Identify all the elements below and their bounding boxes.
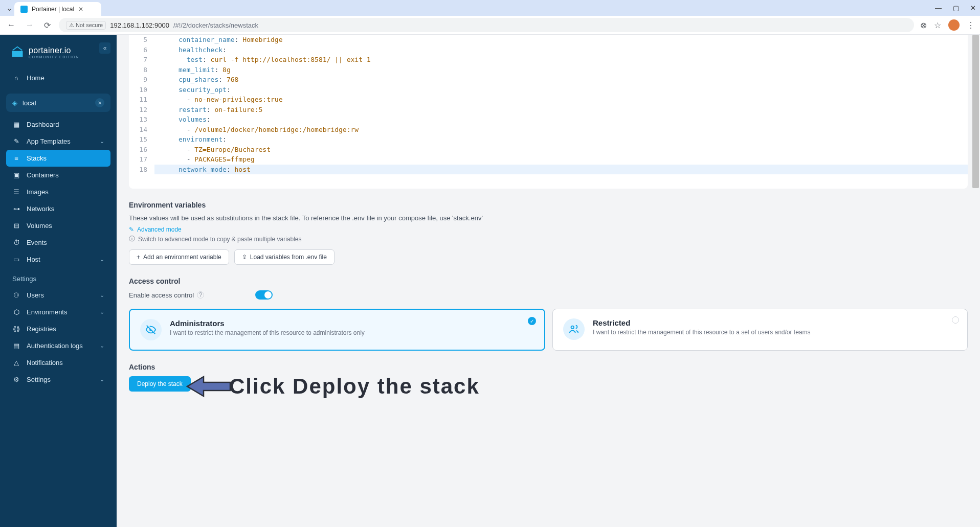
close-window-icon[interactable]: ✕ (970, 4, 976, 12)
access-card-restricted[interactable]: Restricted I want to restrict the manage… (552, 309, 968, 351)
tab-dropdown-icon[interactable]: ⌄ (4, 3, 14, 13)
code-line[interactable]: 9 cpu_shares: 768 (129, 75, 968, 85)
env-vars-description: These values will be used as substitutio… (129, 214, 968, 222)
sidebar-item-label: Authentication logs (27, 342, 83, 350)
code-line[interactable]: 12 restart: on-failure:5 (129, 105, 968, 115)
environment-chip[interactable]: ◈ local ✕ (6, 94, 110, 112)
minimize-icon[interactable]: — (935, 4, 942, 12)
load-env-file-button[interactable]: ⇪ Load variables from .env file (234, 249, 335, 265)
url-input[interactable]: ⚠ Not secure 192.168.1.152:9000/#!/2/doc… (59, 18, 914, 32)
reload-icon[interactable]: ⟳ (42, 18, 53, 32)
env-vars-title: Environment variables (129, 201, 968, 209)
kebab-menu-icon[interactable]: ⋮ (967, 20, 975, 30)
sidebar-item-settings[interactable]: ⚙Settings⌄ (6, 371, 110, 388)
browser-tab[interactable]: Portainer | local ✕ (14, 2, 101, 16)
code-line[interactable]: 13 volumes: (129, 114, 968, 125)
key-icon[interactable]: ⊗ (920, 20, 927, 30)
collapse-sidebar-button[interactable]: « (99, 42, 110, 54)
code-line[interactable]: 10 security_opt: (129, 85, 968, 95)
sidebar-item-networks[interactable]: ⊶Networks (6, 200, 110, 217)
code-editor[interactable]: 5 container_name: Homebridge6 healthchec… (129, 35, 968, 189)
browser-tab-bar: ⌄ Portainer | local ✕ — ▢ ✕ (0, 0, 980, 16)
sidebar-item-registries[interactable]: ⟪⟫Registries (6, 320, 110, 337)
chevron-down-icon: ⌄ (100, 138, 104, 145)
images-icon: ☰ (12, 188, 20, 196)
sidebar-item-volumes[interactable]: ⊟Volumes (6, 217, 110, 234)
advanced-mode-hint: ⓘ Switch to advanced mode to copy & past… (129, 235, 968, 243)
sidebar-item-containers[interactable]: ▣Containers (6, 167, 110, 184)
sidebar-item-authentication-logs[interactable]: ▤Authentication logs⌄ (6, 337, 110, 354)
sidebar-item-home[interactable]: ⌂ Home (6, 70, 110, 86)
sidebar-item-users[interactable]: ⚇Users⌄ (6, 287, 110, 304)
card-title: Administrators (170, 319, 365, 328)
code-line[interactable]: 18 network_mode: host (129, 165, 968, 175)
dashboard-icon: ▦ (12, 121, 20, 128)
settings-icon: ⚙ (12, 376, 20, 383)
chevron-down-icon: ⌄ (100, 342, 104, 349)
sidebar-item-dashboard[interactable]: ▦Dashboard (6, 116, 110, 133)
sidebar-item-label: Events (27, 239, 47, 246)
annotation-text: Click Deploy the stack (229, 374, 480, 399)
not-secure-badge[interactable]: ⚠ Not secure (66, 21, 106, 30)
close-env-icon[interactable]: ✕ (95, 98, 104, 107)
code-line[interactable]: 8 mem_limit: 8g (129, 65, 968, 75)
annotation-overlay: Click Deploy the stack (185, 374, 480, 399)
logo-text: portainer.io (29, 46, 79, 55)
add-env-var-button[interactable]: + Add an environment variable (129, 249, 229, 265)
sidebar-item-images[interactable]: ☰Images (6, 184, 110, 200)
card-desc: I want to restrict the management of thi… (170, 329, 365, 336)
deploy-stack-button[interactable]: Deploy the stack (129, 376, 191, 392)
sidebar-item-label: Home (27, 74, 44, 82)
code-line[interactable]: 15 environment: (129, 134, 968, 145)
sidebar-item-notifications[interactable]: △Notifications (6, 354, 110, 371)
sidebar-item-label: Networks (27, 205, 54, 213)
sidebar-item-label: Host (27, 256, 40, 263)
sidebar-item-app-templates[interactable]: ✎App Templates⌄ (6, 133, 110, 150)
actions-title: Actions (129, 363, 968, 371)
settings-heading: Settings (6, 268, 110, 287)
star-icon[interactable]: ☆ (934, 20, 941, 30)
warning-icon: ⚠ (69, 22, 74, 29)
app templates-icon: ✎ (12, 138, 20, 145)
arrow-icon (185, 374, 231, 399)
sidebar-item-environments[interactable]: ⬡Environments⌄ (6, 304, 110, 320)
code-line[interactable]: 6 healthcheck: (129, 45, 968, 55)
sidebar-item-host[interactable]: ▭Host⌄ (6, 251, 110, 268)
close-icon[interactable]: ✕ (78, 6, 83, 13)
sidebar-item-label: Environments (27, 308, 67, 316)
help-icon[interactable]: ? (197, 291, 204, 299)
code-line[interactable]: 11 - no-new-privileges:true (129, 95, 968, 105)
chevron-down-icon: ⌄ (100, 376, 104, 383)
code-line[interactable]: 7 test: curl -f http://localhost:8581/ |… (129, 55, 968, 65)
tab-title: Portainer | local (32, 6, 74, 13)
access-control-title: Access control (129, 277, 968, 285)
sidebar-item-label: Dashboard (27, 121, 59, 128)
code-line[interactable]: 16 - TZ=Europe/Bucharest (129, 145, 968, 155)
sidebar-item-events[interactable]: ⏱Events (6, 234, 110, 251)
sidebar-item-label: Stacks (27, 154, 47, 162)
upload-icon: ⇪ (242, 254, 247, 261)
environment-label: local (23, 99, 36, 107)
profile-avatar[interactable] (948, 19, 960, 31)
code-line[interactable]: 17 - PACKAGES=ffmpeg (129, 154, 968, 165)
logo-subtext: COMMUNITY EDITION (29, 55, 79, 59)
logo[interactable]: portainer.io COMMUNITY EDITION (6, 45, 110, 70)
events-icon: ⏱ (12, 239, 20, 246)
access-card-administrators[interactable]: Administrators I want to restrict the ma… (129, 309, 545, 351)
notifications-icon: △ (12, 359, 20, 366)
code-line[interactable]: 5 container_name: Homebridge (129, 35, 968, 45)
access-control-toggle[interactable] (255, 290, 273, 300)
advanced-mode-link[interactable]: ✎ Advanced mode (129, 226, 968, 233)
host-icon: ▭ (12, 256, 20, 263)
code-line[interactable]: 14 - /volume1/docker/homebridge:/homebri… (129, 125, 968, 135)
registries-icon: ⟪⟫ (12, 325, 20, 333)
window-controls: — ▢ ✕ (935, 4, 976, 12)
chevron-down-icon: ⌄ (100, 309, 104, 315)
back-icon[interactable]: ← (5, 18, 17, 32)
eye-off-icon (140, 319, 162, 340)
sidebar-item-label: Registries (27, 325, 56, 333)
users-icon (563, 318, 585, 340)
sidebar-item-stacks[interactable]: ≡Stacks (6, 150, 110, 167)
maximize-icon[interactable]: ▢ (953, 4, 959, 12)
scrollbar[interactable] (972, 35, 979, 527)
